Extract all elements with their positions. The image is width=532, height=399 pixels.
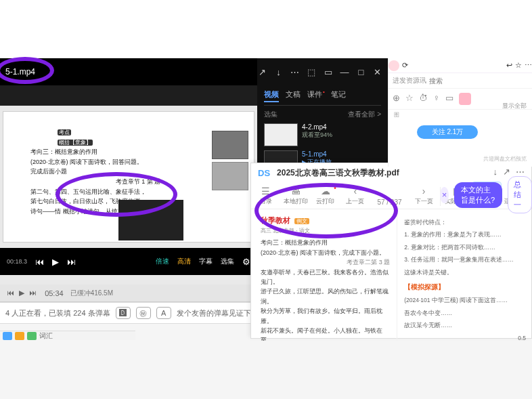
download-icon[interactable] [273,66,283,78]
pdf-doc-sub: 高三 北京专版 · 语文 [261,227,390,236]
refresh-icon[interactable]: ⟳ [402,61,408,70]
episode-button[interactable]: 选集 [221,257,234,266]
speed-button[interactable]: 倍速 [156,257,169,266]
ai-star-icon[interactable]: ☆ [515,61,522,70]
pdf-section-title: 考向三：概括意象的作用 [261,238,390,247]
playlist-item-title: 5-1.mp4 [302,150,332,158]
pdf-poem-line: 秋分为芳草，我们有故乡。仙女平归。雨后枕雁。 [261,306,390,326]
follow-button[interactable]: 关注 2.1万 [417,125,478,139]
ai-clock-icon[interactable]: ⏱ [419,93,428,105]
pip-icon[interactable] [324,66,333,78]
ai-bulb-icon[interactable]: ♀ [433,93,440,105]
tab-course[interactable]: 课件 [307,89,324,102]
download-progress-text: 已缓冲416.5M [70,289,113,298]
pdf-r-line: 吾农今冬中变…… [404,308,526,318]
ai-search-input[interactable] [429,77,528,85]
ai-note-label: 图 [394,112,399,118]
playlist-expand[interactable]: 查看全部 > [348,110,381,119]
pdf-download-icon[interactable]: ↓ [493,167,498,177]
ai-close-button[interactable]: × [440,187,449,203]
print-icon: 🖶 [291,186,301,196]
ai-suggestion-pill[interactable]: 本文的主旨是什么? [454,182,502,208]
ai-nav-back-icon[interactable]: ↩ [506,61,512,70]
play-button[interactable]: ▶ [52,257,59,267]
maximize-icon[interactable] [356,66,365,78]
pdf-r-source: (2024·101 中学三模) 阅读下面这首…… [404,295,526,305]
next-button[interactable]: ⏭ [67,257,76,267]
ai-plus-icon[interactable]: ⊕ [393,93,400,105]
ai-suggestion-pill[interactable]: 总结一 [508,176,532,213]
ai-star2-icon[interactable]: ☆ [405,93,414,105]
pdf-poem-line: 游子已久旅，江听望思。风的伤知己，行解笔魂涧。 [261,287,390,306]
ai-action-icon[interactable] [459,93,471,105]
player-tabs: 视频 文稿 课件 笔记 [264,89,381,106]
pdf-more-icon[interactable]: ⋯ [516,167,525,177]
prev-page-icon: ‹ [354,186,357,196]
taskbar-app[interactable] [27,332,37,340]
pdf-tool-prev[interactable]: ‹ 上一页 [340,186,370,206]
taskbar-app[interactable] [3,332,12,340]
subtitle-button[interactable]: 字幕 [199,257,213,266]
slide-thumbnail [212,131,248,159]
pdf-r-item: 2. 意象对比：把两首不同诗歌…… [404,243,526,252]
gear-icon[interactable] [242,257,250,267]
tab-notes[interactable]: 笔记 [331,89,346,102]
pdf-r-item: 1. 意象的作用：意象是为了表现…… [404,230,526,239]
pdf-r-fin: 0.5 [404,333,526,341]
danmu-input[interactable]: 发个友善的弹幕见证下 [177,308,251,318]
slide-tag: 概括【意象】 [58,140,93,146]
pdf-r-section: 【模拟探源】 [404,281,526,293]
transport-mini: ⏮ ▶ ⏭ [5,289,38,297]
catalog-icon: ☰ [261,186,270,196]
danmu-audience: 4 人正在看，已装填 224 条弹幕 [5,308,110,318]
playlist-item-status: 观看至94% [302,131,332,140]
ai-prompt-pills: × 本文的主旨是什么? 总结一 [440,176,532,213]
video-stage[interactable]: 考点 概括【意象】 考向三：概括意象的作用 (2020·北京卷) 阅读下面诗歌，… [0,106,257,308]
mini-play[interactable]: ▶ [19,289,24,297]
playlist-label: 选集 [264,110,278,119]
tab-doc[interactable]: 文稿 [286,89,301,102]
ai-hint: 进发资源讯 [393,76,426,85]
minimize-icon[interactable] [340,66,349,78]
theater-icon[interactable] [307,66,316,78]
pdf-r-item: 3. 任务运用：就同一意象集用在表述…… [404,255,526,264]
pdf-tool-catalog[interactable]: ☰ 目录 [251,186,281,206]
mini-timecode: 05:34 [45,289,64,297]
pdf-logo: DS [258,168,270,178]
slide-dark-box [118,200,183,240]
ai-box-icon[interactable]: ▭ [445,93,453,105]
danmu-font-icon[interactable]: A [156,307,171,319]
pdf-r-lead: 鉴赏时代特点： [404,217,526,227]
video-slide-content: 考点 概括【意象】 考向三：概括意象的作用 (2020·北京卷) 阅读下面诗歌，… [3,111,254,243]
tab-video[interactable]: 视频 [264,89,279,102]
pdf-page-count[interactable]: 57 / 237 [370,198,409,206]
ai-showall[interactable]: 显示全部 [502,102,527,110]
taskbar-app[interactable] [15,332,24,340]
mini-next[interactable]: ⏭ [29,289,37,297]
share-icon[interactable] [257,66,267,78]
pdf-body[interactable]: 秋季教材 例文 高三 北京专版 · 语文 考向三：概括意象的作用 (2020·北… [251,209,531,341]
player-file-title: 5-1.mp4 [5,67,35,77]
ai-subnote: 共迎网盘文档预览 [389,155,532,163]
quality-button[interactable]: 高清 [177,257,191,266]
prev-button[interactable]: ⏮ [35,257,44,267]
pdf-share-icon[interactable]: ↗ [503,167,510,177]
ai-more-icon[interactable]: ⋯ [525,61,532,70]
pdf-tool-localprint[interactable]: 🖶 本地打印 [281,186,311,206]
pdf-tool-next[interactable]: › 下一页 [409,186,439,206]
avatar[interactable] [389,60,399,71]
ai-side-panel: ⟳ ↩ ☆ ⋯ 进发资源讯 ⊕ ☆ ⏱ ♀ ▭ 显示全部 图 关注 2.1万 共… [388,58,532,167]
danmu-settings-icon[interactable]: ㊙ [136,307,151,319]
pdf-ref: 考查章二第 3 题 [261,257,390,267]
playlist-item[interactable]: 4-2.mp4 观看至94% [264,123,381,146]
more-icon[interactable] [290,66,300,78]
danmu-toggle-icon[interactable]: 🅳 [116,307,131,319]
pdf-tool-cloudprint[interactable]: ☁ 云打印 [311,186,340,206]
ai-header: ⟳ ↩ ☆ ⋯ [389,58,532,73]
player-titlebar: 5-1.mp4 [0,58,257,85]
close-icon[interactable] [373,66,382,78]
mini-prev[interactable]: ⏮ [7,289,14,297]
video-transport: 00:18.3 ⏮ ▶ ⏭ 倍速 高清 字幕 选集 [0,248,257,275]
pdf-r-line: 故汉某今无断…… [404,320,526,330]
pdf-r-item: 这缘木诗是关键。 [404,268,526,277]
